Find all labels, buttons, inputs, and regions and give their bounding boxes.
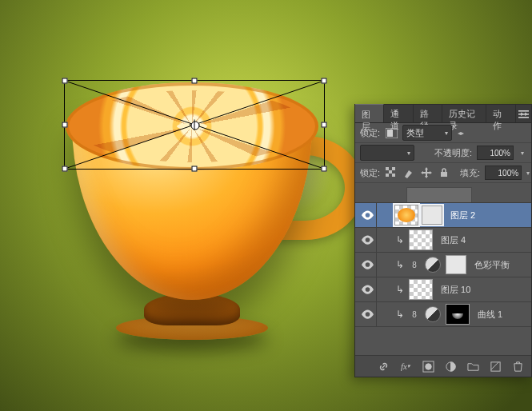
delete-layer-icon[interactable] bbox=[510, 359, 525, 373]
layer-mask-thumbnail[interactable] bbox=[446, 255, 466, 274]
svg-rect-6 bbox=[387, 130, 393, 137]
layer-row[interactable]: ↳ 图层 10 bbox=[355, 277, 531, 302]
transform-handle-mr[interactable] bbox=[322, 122, 327, 128]
layer-name[interactable]: 图层 4 bbox=[441, 234, 466, 246]
svg-rect-13 bbox=[441, 172, 447, 177]
svg-rect-8 bbox=[386, 167, 389, 170]
kind-dropdown-value: 类型 bbox=[406, 127, 424, 139]
transform-handle-bm[interactable] bbox=[192, 166, 198, 172]
adjustment-layer-icon bbox=[425, 257, 441, 273]
layers-panel-footer: fx▾ bbox=[355, 355, 531, 377]
tab-paths[interactable]: 路径 bbox=[414, 105, 442, 122]
layer-name[interactable]: 图层 10 bbox=[441, 284, 470, 296]
tab-history[interactable]: 历史记录 bbox=[442, 105, 487, 122]
fill-input[interactable] bbox=[485, 166, 522, 180]
layer-name[interactable]: 色彩平衡 bbox=[474, 259, 510, 271]
opacity-input[interactable] bbox=[477, 146, 514, 160]
add-mask-icon[interactable] bbox=[421, 359, 435, 373]
new-layer-icon[interactable] bbox=[488, 359, 502, 373]
cup-stem bbox=[144, 293, 240, 325]
blend-mode-value bbox=[364, 148, 366, 158]
layer-visibility-toggle[interactable] bbox=[358, 277, 377, 301]
partial-layer-bar bbox=[406, 187, 472, 202]
layer-visibility-toggle[interactable] bbox=[358, 228, 377, 252]
clipping-mask-icon: ↳ bbox=[394, 302, 406, 326]
blend-mode-dropdown[interactable]: ▾ bbox=[360, 145, 414, 161]
chevron-down-icon: ▾ bbox=[445, 130, 448, 137]
layer-visibility-toggle[interactable] bbox=[358, 253, 377, 277]
svg-point-15 bbox=[425, 363, 431, 369]
kind-picker-icon[interactable] bbox=[385, 126, 398, 139]
kind-dropdown[interactable]: 类型 ▾ bbox=[402, 125, 452, 141]
opacity-label: 不透明度: bbox=[434, 147, 472, 159]
lock-fill-row: 锁定: 填充: ▾ bbox=[355, 163, 531, 183]
tab-actions[interactable]: 动作 bbox=[486, 105, 515, 122]
svg-rect-11 bbox=[386, 174, 389, 177]
adjustment-layer-icon bbox=[425, 306, 441, 322]
transform-handle-bl[interactable] bbox=[62, 166, 68, 172]
lock-all-icon[interactable] bbox=[438, 166, 450, 179]
lock-move-icon[interactable] bbox=[420, 166, 433, 179]
new-adjustment-layer-icon[interactable] bbox=[443, 359, 458, 373]
tab-channels[interactable]: 通道 bbox=[384, 105, 413, 122]
layer-mask-thumbnail[interactable] bbox=[422, 206, 442, 225]
layer-name[interactable]: 图层 2 bbox=[450, 209, 475, 221]
layer-fx-icon[interactable]: fx▾ bbox=[398, 359, 413, 373]
layer-thumbnail[interactable] bbox=[409, 229, 433, 250]
clipping-mask-icon: ↳ bbox=[394, 253, 406, 277]
lock-transparency-icon[interactable] bbox=[385, 166, 398, 179]
layer-visibility-toggle[interactable] bbox=[358, 302, 377, 326]
transform-handle-br[interactable] bbox=[322, 166, 327, 172]
layers-panel: ▸▸ 图层 通道 路径 历史记录 动作 锁定: 类型 ▾ ◂▸ ▾ 不透明度: … bbox=[354, 104, 532, 377]
blend-opacity-row: ▾ 不透明度: ▾ bbox=[355, 143, 531, 163]
layer-name[interactable]: 曲线 1 bbox=[478, 309, 502, 321]
link-layers-icon[interactable] bbox=[376, 359, 390, 373]
layer-visibility-toggle[interactable] bbox=[358, 203, 377, 227]
mask-link-icon[interactable] bbox=[409, 302, 420, 326]
layer-row[interactable]: ↳ 曲线 1 bbox=[355, 302, 531, 327]
layer-row-selected[interactable]: 图层 2 bbox=[355, 203, 531, 228]
lock-label: 锁定: bbox=[360, 167, 380, 179]
transform-center[interactable] bbox=[190, 120, 200, 130]
layer-filter-row: 锁定: 类型 ▾ ◂▸ bbox=[355, 123, 531, 143]
transform-handle-tr[interactable] bbox=[322, 78, 327, 84]
chevron-down-icon: ▾ bbox=[407, 150, 410, 157]
lock-paint-icon[interactable] bbox=[402, 166, 415, 179]
transform-handle-ml[interactable] bbox=[62, 122, 68, 128]
clipping-mask-icon: ↳ bbox=[394, 277, 406, 301]
transform-handle-tl[interactable] bbox=[62, 78, 68, 84]
svg-rect-12 bbox=[392, 174, 395, 177]
opacity-step-icon[interactable]: ▾ bbox=[518, 150, 526, 157]
fill-label: 填充: bbox=[460, 167, 480, 179]
layer-mask-thumbnail[interactable] bbox=[446, 304, 470, 325]
tab-layers[interactable]: 图层 bbox=[355, 104, 384, 122]
fill-step-icon[interactable]: ▾ bbox=[526, 170, 530, 177]
transform-handle-tm[interactable] bbox=[192, 78, 198, 84]
clipping-mask-icon: ↳ bbox=[394, 228, 406, 252]
panel-collapse-icon[interactable]: ▸▸ bbox=[520, 105, 530, 122]
panel-tabs: 图层 通道 路径 历史记录 动作 bbox=[355, 105, 531, 123]
svg-rect-17 bbox=[490, 361, 499, 370]
kind-step-icon[interactable]: ◂▸ bbox=[457, 130, 465, 137]
filter-label: 锁定: bbox=[360, 127, 380, 139]
layer-thumbnail[interactable] bbox=[394, 205, 418, 225]
free-transform-box[interactable] bbox=[64, 80, 325, 170]
cup-base bbox=[116, 316, 268, 340]
layer-row[interactable]: ↳ 图层 4 bbox=[355, 228, 531, 253]
layer-thumbnail[interactable] bbox=[409, 279, 433, 300]
svg-rect-9 bbox=[392, 167, 395, 170]
partial-layer-preview bbox=[355, 183, 531, 203]
svg-rect-10 bbox=[389, 170, 392, 174]
new-group-icon[interactable] bbox=[466, 359, 480, 373]
mask-link-icon[interactable] bbox=[409, 253, 420, 277]
layers-list: 图层 2 ↳ 图层 4 ↳ 色彩平衡 bbox=[355, 203, 531, 355]
layer-row[interactable]: ↳ 色彩平衡 bbox=[355, 253, 531, 277]
